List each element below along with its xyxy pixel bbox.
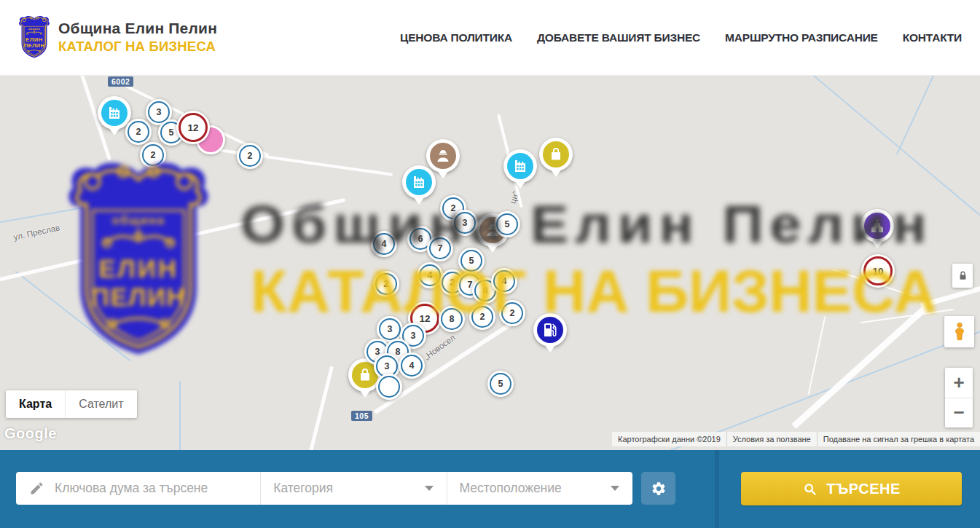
location-dropdown[interactable]: Местоположение: [447, 472, 632, 505]
map-cluster[interactable]: 2: [373, 271, 399, 297]
map-cluster[interactable]: 10: [861, 254, 895, 288]
factory-icon: [507, 153, 533, 179]
site-logo[interactable]: община ЕЛИН ПЕЛИН Община Елин Пелин КАТА…: [17, 15, 217, 60]
svg-text:ПЕЛИН: ПЕЛИН: [91, 283, 187, 311]
nav-pricing-policy[interactable]: ЦЕНОВА ПОЛИТИКА: [400, 31, 512, 44]
brand-text: Община Елин Пелин КАТАЛОГ НА БИЗНЕСА: [58, 20, 217, 55]
search-field-group: Категория Местоположение: [16, 472, 632, 505]
map-cluster[interactable]: 2: [140, 142, 166, 168]
pegman-icon: [950, 321, 969, 343]
map-water-line: [0, 189, 181, 224]
map-cluster[interactable]: 12: [176, 111, 210, 144]
map-cluster[interactable]: 4: [371, 231, 397, 257]
map-cluster[interactable]: 4: [491, 268, 517, 294]
map-cluster[interactable]: 8: [439, 306, 465, 332]
pencil-icon: [29, 481, 44, 496]
map-road: [808, 316, 826, 395]
map-water-line: [654, 320, 980, 450]
gear-icon: [651, 481, 667, 497]
svg-text:ЕЛИН: ЕЛИН: [26, 36, 43, 43]
map-water-line: [812, 75, 980, 216]
map-cluster[interactable]: 2: [237, 143, 263, 169]
search-icon: [802, 481, 818, 497]
map-cluster[interactable]: 4: [399, 352, 425, 379]
map-pin-church[interactable]: [861, 209, 894, 253]
map-pin-factory[interactable]: [503, 149, 537, 193]
advanced-settings-button[interactable]: [641, 472, 675, 505]
nav-route-schedule[interactable]: МАРШРУТНО РАЗПИСАНИЕ: [725, 31, 878, 44]
map-cluster[interactable]: 2: [469, 304, 495, 330]
keyword-search-input[interactable]: [53, 480, 238, 497]
watermark-title: Община Елин Пелин: [240, 194, 933, 254]
map-cluster[interactable]: 5: [494, 211, 520, 237]
nav-contacts[interactable]: КОНТАКТИ: [903, 31, 962, 44]
category-dropdown[interactable]: Категория: [260, 472, 446, 505]
factory-icon: [406, 169, 432, 195]
map-road: [308, 366, 334, 450]
location-placeholder: Местоположение: [447, 481, 611, 496]
google-logo[interactable]: Google: [4, 425, 57, 442]
map-cluster[interactable]: 5: [458, 248, 485, 274]
map-canvas[interactable]: община ЕЛИН ПЕЛИН Община Елин Пелин КАТА…: [0, 75, 980, 450]
header: община ЕЛИН ПЕЛИН Община Елин Пелин КАТА…: [0, 0, 980, 76]
map-water-line: [15, 271, 131, 362]
map-pin-fuel[interactable]: [533, 313, 567, 357]
attribution-terms-link[interactable]: Условия за ползване: [726, 432, 817, 446]
map-cluster[interactable]: 7: [427, 235, 453, 261]
chevron-down-icon: [425, 486, 434, 491]
page: община ЕЛИН ПЕЛИН Община Елин Пелин КАТА…: [0, 0, 980, 528]
map-cluster[interactable]: 2: [499, 300, 525, 326]
search-button-label: ТЪРСЕНЕ: [826, 481, 901, 497]
map-attribution: Картографски данни ©2019 Условия за полз…: [612, 432, 980, 446]
zoom-control: + −: [945, 368, 973, 427]
map-cluster[interactable]: [376, 374, 402, 400]
map-type-satellite-button[interactable]: Сателит: [65, 390, 136, 418]
lock-button[interactable]: [952, 264, 973, 288]
svg-text:ЕЛИН: ЕЛИН: [98, 254, 179, 283]
svg-text:община: община: [28, 28, 41, 31]
main-nav: ЦЕНОВА ПОЛИТИКА ДОБАВЕТЕ ВАШИЯТ БИЗНЕС М…: [400, 0, 962, 75]
site-title: Община Елин Пелин: [58, 20, 217, 37]
map-road: [0, 198, 345, 283]
factory-icon: [101, 100, 128, 126]
church-icon: [864, 213, 890, 239]
keyword-section: [16, 472, 260, 505]
category-placeholder: Категория: [261, 481, 424, 496]
fuel-icon: [537, 317, 563, 343]
map-type-map-button[interactable]: Карта: [6, 390, 65, 418]
zoom-out-button[interactable]: −: [945, 398, 973, 428]
svg-text:ПЕЛИН: ПЕЛИН: [24, 42, 45, 49]
map-pin-factory[interactable]: [402, 165, 436, 209]
zoom-in-button[interactable]: +: [945, 368, 973, 398]
search-bar: Категория Местоположение ТЪРСЕНЕ: [0, 450, 980, 528]
street-view-pegman-button[interactable]: [944, 316, 974, 347]
search-button[interactable]: ТЪРСЕНЕ: [741, 472, 962, 505]
bar-divider: [715, 450, 719, 528]
attribution-report-error-link[interactable]: Подаване на сигнал за грешка в картата: [817, 432, 980, 446]
municipality-crest-icon: община ЕЛИН ПЕЛИН: [17, 15, 51, 60]
road-number-badge: 6002: [108, 76, 133, 87]
road-number-badge: 105: [351, 411, 372, 421]
chevron-down-icon: [611, 486, 619, 491]
lock-icon: [957, 269, 969, 282]
attribution-copyright: Картографски данни ©2019: [612, 432, 726, 446]
map-cluster[interactable]: 3: [452, 210, 478, 236]
map-water-line: [179, 381, 181, 450]
site-subtitle: КАТАЛОГ НА БИЗНЕСА: [58, 39, 217, 55]
map-type-control: Карта Сателит: [6, 390, 137, 418]
bag-icon: [543, 141, 569, 168]
map-water-line: [896, 75, 935, 155]
map-pin-bag[interactable]: [539, 138, 573, 181]
street-label: ул. Преслав: [12, 223, 60, 241]
map-cluster[interactable]: 2: [125, 119, 152, 145]
nav-add-your-business[interactable]: ДОБАВЕТЕ ВАШИЯТ БИЗНЕС: [537, 31, 700, 44]
svg-text:община: община: [112, 213, 165, 227]
map-cluster[interactable]: 5: [487, 371, 514, 397]
watermark-subtitle: КАТАЛОГ НА БИЗНЕСА: [251, 257, 937, 326]
